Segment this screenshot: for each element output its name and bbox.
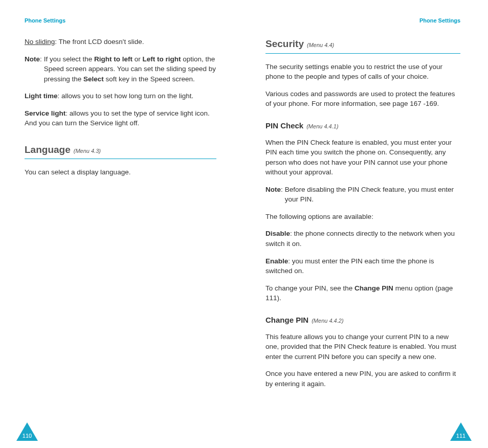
page-number-right: 111 xyxy=(450,433,472,439)
language-title: Language xyxy=(25,143,71,157)
note-post: soft key in the Speed screen. xyxy=(104,75,195,83)
pin-check-title: PIN Check xyxy=(265,120,303,131)
pin-note-block: Note: Before disabling the PIN Check fea… xyxy=(265,185,460,205)
pin-check-menu: (Menu 4.4.1) xyxy=(306,123,338,131)
note-ltr: Left to right xyxy=(143,55,181,63)
change-pin-p2: Once you have entered a new PIN, you are… xyxy=(265,369,460,389)
note-colon: : xyxy=(40,55,42,63)
header-left: Phone Settings xyxy=(25,17,216,24)
left-body: No sliding: The front LCD doesn't slide.… xyxy=(25,37,216,177)
change-ref-pre: To change your PIN, see the xyxy=(265,284,354,292)
pin-options-intro: The following options are available: xyxy=(265,212,460,222)
pin-note-label-col: Note: xyxy=(265,185,285,205)
no-sliding-label: No sliding xyxy=(25,38,55,46)
no-sliding-text: : The front LCD doesn't slide. xyxy=(55,38,144,46)
language-menu: (Menu 4.3) xyxy=(74,147,101,155)
language-body: You can select a display language. xyxy=(25,167,216,177)
disable-label: Disable xyxy=(265,230,290,237)
pin-check-heading: PIN Check (Menu 4.4.1) xyxy=(265,120,460,131)
security-p1: The security settings enable you to rest… xyxy=(265,62,460,82)
note-label: Note xyxy=(25,55,40,63)
note-pre: If you select the xyxy=(44,55,94,63)
note-text: If you select the Right to left or Left … xyxy=(44,54,216,84)
note-block: Note: If you select the Right to left or… xyxy=(25,54,216,84)
security-menu: (Menu 4.4) xyxy=(307,41,334,50)
service-light-line: Service light: allows you to set the typ… xyxy=(25,108,216,128)
header-right: Phone Settings xyxy=(265,17,460,24)
page-number-left: 110 xyxy=(16,433,38,439)
page-left: Phone Settings No sliding: The front LCD… xyxy=(0,0,244,448)
right-body: Security (Menu 4.4) The security setting… xyxy=(265,37,460,389)
change-ref-line: To change your PIN, see the Change PIN m… xyxy=(265,283,460,303)
note-or: or xyxy=(132,55,143,63)
light-time-text: : allows you to set how long turn on the… xyxy=(58,92,194,100)
pin-note-colon: : xyxy=(281,186,283,193)
security-p2: Various codes and passwords are used to … xyxy=(265,89,460,109)
disable-line: Disable: the phone connects directly to … xyxy=(265,229,460,249)
pin-check-p1: When the PIN Check feature is enabled, y… xyxy=(265,138,460,177)
note-select: Select xyxy=(83,75,104,83)
light-time-label: Light time xyxy=(25,92,58,100)
pin-note-label: Note xyxy=(265,186,281,193)
change-ref-bold: Change PIN xyxy=(354,284,393,292)
note-rtl: Right to left xyxy=(94,55,132,63)
pin-note-text: Before disabling the PIN Check feature, … xyxy=(285,185,460,205)
note-label-col: Note: xyxy=(25,54,44,84)
enable-line: Enable: you must enter the PIN each time… xyxy=(265,256,460,276)
change-pin-heading: Change PIN (Menu 4.4.2) xyxy=(265,315,460,326)
disable-text: : the phone connects directly to the net… xyxy=(265,230,455,248)
change-pin-p1: This feature allows you to change your c… xyxy=(265,332,460,362)
change-pin-menu: (Menu 4.4.2) xyxy=(312,317,343,325)
no-sliding-line: No sliding: The front LCD doesn't slide. xyxy=(25,37,216,47)
service-light-label: Service light xyxy=(25,109,65,117)
security-heading: Security (Menu 4.4) xyxy=(265,37,460,54)
enable-text: : you must enter the PIN each time the p… xyxy=(265,257,434,275)
security-title: Security xyxy=(265,37,304,51)
page-right: Phone Settings Security (Menu 4.4) The s… xyxy=(244,0,488,448)
light-time-line: Light time: allows you to set how long t… xyxy=(25,91,216,101)
language-heading: Language (Menu 4.3) xyxy=(25,143,216,160)
change-pin-title: Change PIN xyxy=(265,315,308,326)
page-spread: Phone Settings No sliding: The front LCD… xyxy=(0,0,488,448)
enable-label: Enable xyxy=(265,257,288,265)
